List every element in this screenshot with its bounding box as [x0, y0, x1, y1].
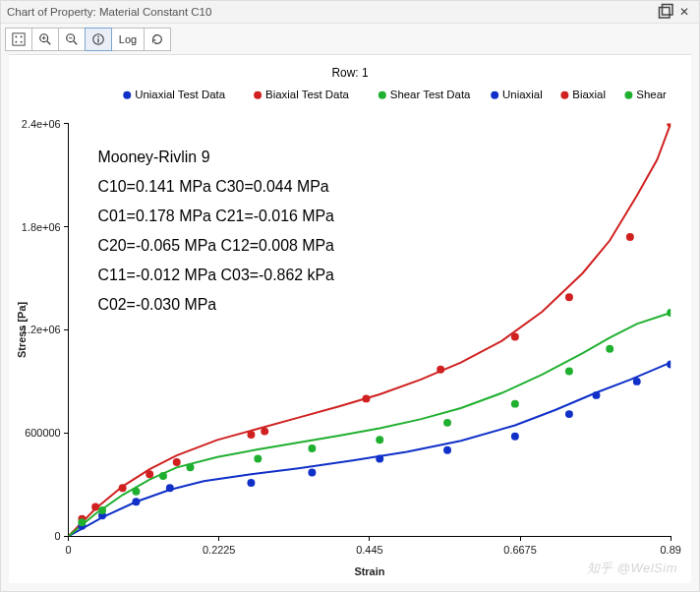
series-point — [511, 332, 519, 340]
series-line — [69, 313, 671, 536]
zoom-out-icon — [65, 32, 79, 46]
svg-rect-0 — [660, 8, 671, 19]
series-point — [159, 472, 167, 480]
zoom-out-button[interactable] — [58, 28, 86, 51]
series-point — [98, 506, 106, 514]
legend-marker — [491, 91, 498, 99]
legend: Uniaxial Test DataBiaxial Test DataShear… — [123, 89, 667, 100]
zoom-fit-button[interactable] — [5, 28, 32, 51]
series-point — [362, 394, 370, 402]
series-point — [166, 484, 174, 492]
series-point — [261, 428, 268, 436]
series-point — [565, 293, 573, 301]
series-point — [437, 366, 444, 374]
series-point — [376, 455, 383, 463]
annotation-title: Mooney-Rivlin 9 — [97, 148, 209, 165]
series-point — [308, 444, 316, 452]
series-point — [247, 479, 255, 487]
svg-rect-1 — [663, 5, 673, 16]
toolbar: Log — [1, 24, 699, 55]
series-point — [667, 309, 674, 317]
series-point — [132, 498, 140, 505]
series-point — [187, 463, 195, 471]
series-point — [376, 436, 383, 444]
log-button[interactable]: Log — [111, 28, 145, 51]
zoom-in-icon — [38, 32, 52, 46]
series-point — [667, 360, 674, 368]
chart-window: Chart of Property: Material Constant C10… — [0, 0, 700, 592]
annotation-block: Mooney-Rivlin 9C10=0.141 MPa C30=0.044 M… — [97, 148, 334, 312]
series-point — [511, 400, 519, 408]
log-label: Log — [119, 33, 137, 45]
svg-line-12 — [74, 41, 78, 45]
svg-point-6 — [21, 41, 23, 43]
legend-label: Shear Test Data — [390, 89, 471, 100]
chart-area[interactable]: Row: 1Uniaxial Test DataBiaxial Test Dat… — [9, 54, 691, 583]
x-tick-label: 0.2225 — [203, 544, 235, 556]
reload-button[interactable] — [144, 28, 171, 51]
legend-label: Shear — [636, 89, 667, 100]
legend-marker — [624, 91, 632, 99]
close-button[interactable]: ✕ — [675, 4, 693, 20]
svg-point-4 — [21, 36, 23, 38]
legend-label: Biaxial — [572, 89, 606, 100]
annotation-line: C02=-0.030 MPa — [97, 296, 216, 313]
series-point — [667, 120, 674, 128]
series-point — [633, 378, 641, 385]
svg-rect-2 — [13, 33, 25, 45]
series-point — [308, 469, 316, 477]
x-tick-label: 0 — [66, 544, 72, 556]
legend-label: Biaxial Test Data — [265, 89, 350, 100]
series-point — [511, 433, 519, 441]
series-point — [132, 488, 140, 496]
legend-marker — [379, 91, 386, 99]
series-point — [173, 458, 181, 466]
titlebar: Chart of Property: Material Constant C10… — [1, 1, 699, 24]
y-axis-label: Stress [Pa] — [16, 302, 28, 358]
window-title: Chart of Property: Material Constant C10 — [7, 6, 211, 18]
series-point — [592, 391, 600, 399]
annotation-line: C20=-0.065 MPa C12=0.008 MPa — [97, 237, 334, 254]
series-point — [565, 367, 573, 375]
svg-point-5 — [16, 41, 18, 43]
svg-point-15 — [97, 36, 99, 38]
annotation-line: C11=-0.012 MPa C03=-0.862 kPa — [97, 266, 334, 283]
svg-line-8 — [47, 41, 51, 45]
x-tick-label: 0.89 — [661, 544, 681, 556]
series-point — [565, 410, 573, 418]
series-point — [247, 431, 255, 439]
zoom-in-button[interactable] — [31, 28, 59, 51]
series-point — [78, 518, 86, 526]
series-point — [443, 419, 451, 427]
legend-label: Uniaxial Test Data — [135, 89, 225, 100]
legend-marker — [254, 91, 262, 99]
x-axis-label: Strain — [354, 565, 384, 577]
x-tick-label: 0.6675 — [503, 544, 536, 556]
svg-point-3 — [16, 36, 18, 38]
x-tick-label: 0.445 — [356, 544, 382, 556]
y-tick-label: 1.8e+06 — [22, 221, 61, 233]
legend-marker — [560, 91, 568, 99]
y-tick-label: 600000 — [25, 427, 60, 439]
series-point — [146, 470, 153, 478]
series-line — [69, 363, 671, 537]
y-tick-label: 0 — [55, 530, 61, 542]
undock-button[interactable] — [658, 4, 675, 20]
series-point — [254, 455, 262, 463]
series-point — [91, 503, 99, 511]
series-point — [626, 233, 634, 241]
series-point — [606, 345, 613, 353]
info-button[interactable] — [85, 28, 112, 51]
annotation-line: C01=0.178 MPa C21=-0.016 MPa — [97, 207, 334, 224]
info-icon — [91, 32, 105, 46]
zoom-fit-icon — [12, 32, 26, 46]
chart-row-title: Row: 1 — [331, 66, 368, 80]
chart-svg: Row: 1Uniaxial Test DataBiaxial Test Dat… — [9, 55, 691, 583]
legend-marker — [123, 91, 131, 99]
series-point — [443, 446, 451, 454]
series-point — [119, 484, 127, 492]
reload-icon — [150, 32, 164, 46]
y-tick-label: 2.4e+06 — [22, 118, 61, 130]
legend-label: Uniaxial — [502, 89, 543, 100]
annotation-line: C10=0.141 MPa C30=0.044 MPa — [97, 178, 328, 195]
